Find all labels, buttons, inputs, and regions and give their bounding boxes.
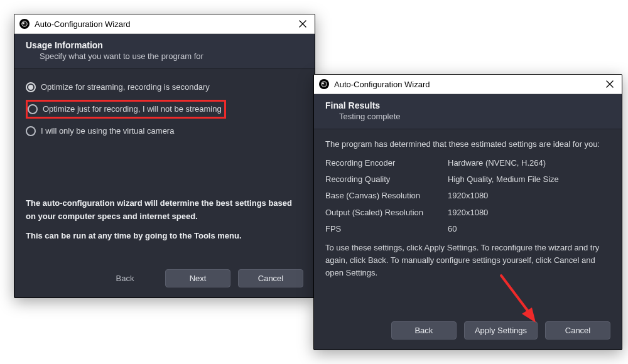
close-icon[interactable] <box>296 17 310 31</box>
info-line: The auto-configuration wizard will deter… <box>26 197 303 223</box>
cancel-button[interactable]: Cancel <box>545 321 610 340</box>
header-subtitle: Specify what you want to use the program… <box>26 50 303 61</box>
svg-point-2 <box>23 22 24 24</box>
header-band: Final Results Testing complete <box>314 94 622 129</box>
row-key: Output (Scaled) Resolution <box>325 206 448 219</box>
radio-option-streaming[interactable]: Optimize for streaming, recording is sec… <box>24 78 303 97</box>
row-value: 60 <box>448 223 610 235</box>
dialog-body: The program has determined that these es… <box>314 129 622 315</box>
row-key: Recording Quality <box>325 173 448 186</box>
radio-label: Optimize just for recording, I will not … <box>43 103 222 115</box>
svg-point-0 <box>21 21 28 27</box>
svg-point-5 <box>322 82 324 84</box>
window-title: Auto-Configuration Wizard <box>35 19 130 29</box>
svg-point-3 <box>321 81 327 87</box>
cancel-button[interactable]: Cancel <box>238 269 303 287</box>
header-band: Usage Information Specify what you want … <box>14 34 315 69</box>
info-line: This can be run at any time by going to … <box>26 230 303 243</box>
settings-grid: Recording Encoder Hardware (NVENC, H.264… <box>325 157 610 235</box>
radio-icon <box>28 104 38 114</box>
titlebar[interactable]: Auto-Configuration Wizard <box>14 14 315 34</box>
back-button[interactable]: Back <box>391 321 457 340</box>
row-key: Base (Canvas) Resolution <box>325 190 448 202</box>
header-title: Usage Information <box>26 40 303 50</box>
row-value: 1920x1080 <box>448 206 610 219</box>
header-subtitle: Testing complete <box>325 110 610 121</box>
row-value: High Quality, Medium File Size <box>448 173 610 186</box>
wizard-usage-dialog: Auto-Configuration Wizard Usage Informat… <box>14 14 315 298</box>
dialog-body: Optimize for streaming, recording is sec… <box>14 69 315 263</box>
row-value: 1920x1080 <box>448 190 610 202</box>
trail-text: To use these settings, click Apply Setti… <box>325 242 610 279</box>
header-title: Final Results <box>325 100 610 110</box>
radio-label: I will only be using the virtual camera <box>41 125 174 137</box>
obs-icon <box>319 79 329 89</box>
close-icon[interactable] <box>603 77 617 91</box>
wizard-results-dialog: Auto-Configuration Wizard Final Results … <box>313 74 622 350</box>
button-row: Back Next Cancel <box>14 263 315 297</box>
highlight-annotation: Optimize just for recording, I will not … <box>26 100 226 119</box>
row-key: Recording Encoder <box>325 157 448 169</box>
radio-option-recording[interactable]: Optimize just for recording, I will not … <box>24 97 303 122</box>
back-button[interactable]: Back <box>92 269 158 287</box>
radio-icon <box>26 126 36 136</box>
next-button[interactable]: Next <box>165 269 230 287</box>
titlebar[interactable]: Auto-Configuration Wizard <box>314 75 622 94</box>
radio-label: Optimize for streaming, recording is sec… <box>41 81 210 94</box>
radio-option-virtual-camera[interactable]: I will only be using the virtual camera <box>24 122 303 141</box>
radio-icon <box>26 82 36 92</box>
lead-text: The program has determined that these es… <box>325 138 610 151</box>
info-text: The auto-configuration wizard will deter… <box>26 197 303 242</box>
apply-button[interactable]: Apply Settings <box>464 321 538 340</box>
row-value: Hardware (NVENC, H.264) <box>448 157 610 169</box>
obs-icon <box>19 19 30 29</box>
window-title: Auto-Configuration Wizard <box>334 80 430 89</box>
row-key: FPS <box>325 223 448 235</box>
button-row: Back Apply Settings Cancel <box>314 315 622 350</box>
